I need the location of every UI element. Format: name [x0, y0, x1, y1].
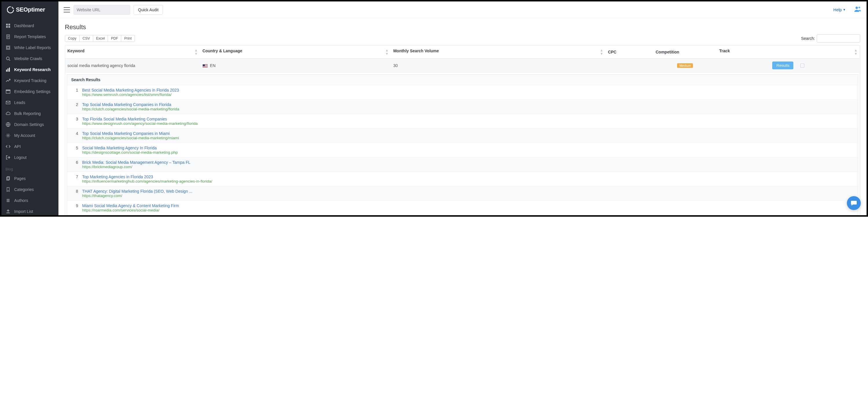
serp-url-link[interactable]: https://thatagency.com/	[82, 194, 854, 198]
column-header-competition[interactable]: Competition	[653, 46, 717, 59]
sidebar-item-website-crawls[interactable]: Website Crawls	[1, 53, 58, 64]
sidebar-item-logout[interactable]: Logout	[1, 152, 58, 163]
column-header-keyword[interactable]: Keyword ▲▼	[65, 46, 200, 59]
sidebar-item-label: Embedding Settings	[14, 89, 50, 94]
sidebar-item-report-templates[interactable]: Report Templates	[1, 31, 58, 42]
menu-toggle-icon[interactable]	[64, 7, 70, 12]
column-header-cpc[interactable]: CPC	[606, 46, 653, 59]
serp-item: 6Brick Media: Social Media Management Ag…	[67, 158, 858, 172]
sidebar-item-domain-settings[interactable]: Domain Settings	[1, 119, 58, 130]
svg-rect-8	[7, 47, 9, 49]
serp-title-link[interactable]: Social Media Marketing Agency In Florida	[82, 146, 854, 150]
serp-url-link[interactable]: https://roarmedia.com/services/social-me…	[82, 208, 854, 212]
export-copy-button[interactable]: Copy	[65, 35, 80, 42]
user-account-icon[interactable]	[855, 6, 861, 13]
logout-icon	[5, 155, 11, 160]
serp-rank: 3	[71, 117, 78, 126]
sidebar-item-api[interactable]: API	[1, 141, 58, 152]
serp-title-link[interactable]: Top Social Media Marketing Companies in …	[82, 131, 854, 136]
serp-url-link[interactable]: https://clutch.co/agencies/social-media-…	[82, 107, 854, 111]
serp-title-link[interactable]: Top Social Media Marketing Companies in …	[82, 102, 854, 107]
sidebar-item-my-account[interactable]: My Account	[1, 130, 58, 141]
svg-rect-5	[8, 26, 10, 28]
serp-url-link[interactable]: https://brickmediagroup.com/	[82, 165, 854, 169]
sidebar-item-label: Import List	[14, 209, 33, 214]
brand-name: SEOptimer	[16, 6, 45, 13]
logo-icon	[7, 6, 14, 13]
help-menu[interactable]: Help ▼	[833, 7, 846, 12]
svg-rect-14	[6, 90, 10, 91]
export-pdf-button[interactable]: PDF	[108, 35, 121, 42]
svg-point-21	[859, 7, 860, 8]
sidebar-item-label: Categories	[14, 187, 34, 192]
sidebar-item-label: Authors	[14, 198, 28, 203]
sidebar-item-label: API	[14, 144, 21, 149]
search-icon	[5, 56, 11, 61]
export-excel-button[interactable]: Excel	[93, 35, 108, 42]
bookmark-icon	[5, 187, 11, 192]
sidebar-item-label: Leads	[14, 100, 25, 105]
svg-rect-11	[7, 68, 8, 72]
serp-title-link[interactable]: Miami Social Media Agency & Content Mark…	[82, 203, 854, 208]
sidebar-item-white-label-reports[interactable]: White Label Reports	[1, 42, 58, 53]
serp-panel: Search Results1Best Social Media Marketi…	[67, 74, 858, 215]
upload-icon	[5, 209, 11, 214]
help-label: Help	[833, 7, 842, 12]
results-button[interactable]: Results	[772, 62, 793, 69]
cell-competition: Medium	[653, 59, 717, 72]
document-icon	[5, 34, 11, 39]
brand-logo[interactable]: SEOptimer	[1, 1, 58, 18]
sidebar-item-bulk-reporting[interactable]: Bulk Reporting	[1, 108, 58, 119]
serp-item: 4Top Social Media Marketing Companies in…	[67, 129, 858, 143]
sidebar-item-authors[interactable]: Authors	[1, 195, 58, 206]
serp-title-link[interactable]: Top Marketing Agencies in Florida 2023	[82, 174, 854, 179]
sidebar-item-import-list[interactable]: Import List	[1, 206, 58, 215]
column-header-country[interactable]: Country & Language ▲▼	[200, 46, 391, 59]
sidebar-item-leads[interactable]: Leads	[1, 97, 58, 108]
whitelabel-icon	[5, 45, 11, 50]
serp-rank: 1	[71, 88, 78, 97]
keyword-row: social media marketing agency florida EN…	[65, 59, 860, 72]
export-print-button[interactable]: Print	[121, 35, 135, 42]
globe-icon	[5, 122, 11, 127]
serp-url-link[interactable]: https://clutch.co/agencies/social-media-…	[82, 136, 854, 140]
website-url-input[interactable]	[73, 5, 130, 15]
us-flag-icon	[203, 64, 208, 68]
chat-widget-icon[interactable]	[847, 196, 861, 210]
page-title: Results	[65, 24, 860, 31]
serp-item: 5Social Media Marketing Agency In Florid…	[67, 143, 858, 158]
svg-rect-4	[6, 26, 8, 28]
sidebar-item-label: Pages	[14, 176, 26, 181]
serp-title-link[interactable]: Brick Media: Social Media Management Age…	[82, 160, 854, 165]
serp-url-link[interactable]: https://designscottage.com/social-media-…	[82, 150, 854, 154]
sidebar-item-keyword-tracking[interactable]: Keyword Tracking	[1, 75, 58, 86]
serp-url-link[interactable]: https://influencermarketinghub.com/agenc…	[82, 179, 854, 183]
search-label: Search:	[801, 36, 815, 41]
sort-icon: ▲▼	[194, 48, 198, 56]
sidebar-item-dashboard[interactable]: Dashboard	[1, 20, 58, 31]
sidebar-item-keyword-research[interactable]: Keyword Research	[1, 64, 58, 75]
quick-audit-button[interactable]: Quick Audit	[134, 5, 163, 15]
serp-title-link[interactable]: Top Florida Social Media Marketing Compa…	[82, 117, 854, 121]
svg-rect-10	[6, 70, 7, 72]
serp-rank: 8	[71, 189, 78, 198]
cell-keyword: social media marketing agency florida	[65, 59, 200, 72]
serp-url-link[interactable]: https://www.semrush.com/agencies/list/sm…	[82, 93, 854, 97]
mail-icon	[5, 100, 11, 105]
serp-url-link[interactable]: https://www.designrush.com/agency/social…	[82, 121, 854, 126]
serp-item: 2Top Social Media Marketing Companies in…	[67, 100, 858, 114]
column-header-volume[interactable]: Monthly Search Volume ▲▼	[391, 46, 606, 59]
table-search-input[interactable]	[817, 34, 860, 42]
sort-icon: ▲▼	[854, 48, 858, 56]
dashboard-icon	[5, 23, 11, 28]
svg-rect-12	[9, 68, 10, 72]
export-csv-button[interactable]: CSV	[80, 35, 93, 42]
column-header-track[interactable]: Track ▲▼	[717, 46, 860, 59]
serp-title-link[interactable]: THAT Agency: Digital Marketing Florida (…	[82, 189, 854, 194]
sidebar-item-embedding-settings[interactable]: Embedding Settings	[1, 86, 58, 97]
track-checkbox[interactable]	[800, 64, 804, 68]
sidebar-item-pages[interactable]: Pages	[1, 173, 58, 184]
sidebar-item-categories[interactable]: Categories	[1, 184, 58, 195]
serp-heading: Search Results	[67, 74, 858, 85]
serp-title-link[interactable]: Best Social Media Marketing Agencies in …	[82, 88, 854, 93]
